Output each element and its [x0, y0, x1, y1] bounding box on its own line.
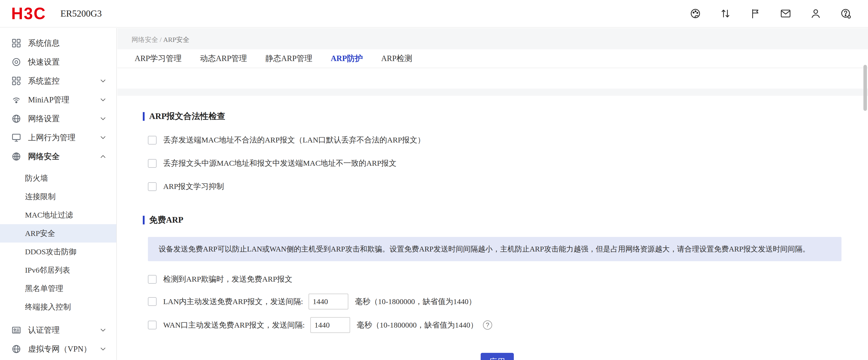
tab-arp-learning[interactable]: ARP学习管理: [125, 49, 191, 68]
quick-setup-icon: [11, 57, 22, 67]
option-label: LAN内主动发送免费ARP报文，发送间隔:: [163, 297, 303, 307]
sidebar-item-label: 网络安全: [28, 151, 60, 162]
sidebar-item-ipv6-neighbors[interactable]: IPv6邻居列表: [0, 261, 116, 279]
user-icon[interactable]: [810, 8, 822, 20]
sidebar-item-mac-filter[interactable]: MAC地址过滤: [0, 206, 116, 224]
tab-bar: ARP学习管理 动态ARP管理 静态ARP管理 ARP防护 ARP检测: [117, 49, 868, 68]
lan-gratuitous-checkbox[interactable]: [148, 297, 157, 306]
main-area: 网络安全 / ARP安全 ARP学习管理 动态ARP管理 静态ARP管理 ARP…: [117, 28, 868, 360]
security-submenu: 防火墙 连接限制 MAC地址过滤 ARP安全 DDOS攻击防御 IPv6邻居列表…: [0, 166, 116, 321]
option-row-lan: LAN内主动发送免费ARP报文，发送间隔: 毫秒（10-1800000，缺省值为…: [143, 294, 852, 309]
section-title-text: 免费ARP: [149, 214, 183, 226]
h3c-logo: H3C: [11, 5, 46, 22]
submenu-label: 黑名单管理: [25, 283, 63, 294]
chevron-up-icon: [99, 153, 107, 161]
option-row-wan: WAN口主动发送免费ARP报文，发送间隔: 毫秒（10-1800000，缺省值为…: [143, 317, 852, 333]
flag-icon[interactable]: [750, 8, 762, 20]
tab-arp-detection[interactable]: ARP检测: [372, 49, 422, 68]
wan-help-icon[interactable]: ?: [483, 321, 492, 330]
vertical-scrollbar[interactable]: [863, 65, 867, 111]
option-row: 检测到ARP欺骗时，发送免费ARP报文: [143, 274, 852, 284]
sidebar-item-ddos-defense[interactable]: DDOS攻击防御: [0, 243, 116, 261]
drop-mismatch-mac-checkbox[interactable]: [148, 159, 157, 168]
chevron-down-icon: [99, 134, 107, 142]
sidebar-item-network-settings[interactable]: 网络设置: [0, 109, 116, 128]
sidebar-item-miniap[interactable]: MiniAP管理: [0, 90, 116, 109]
wan-gratuitous-checkbox[interactable]: [148, 321, 157, 329]
sidebar-item-system-info[interactable]: 系统信息: [0, 34, 116, 53]
submenu-label: IPv6邻居列表: [25, 265, 70, 276]
sidebar-item-connection-limit[interactable]: 连接限制: [0, 187, 116, 206]
tab-label: ARP检测: [381, 53, 412, 64]
option-label: 检测到ARP欺骗时，发送免费ARP报文: [163, 274, 292, 284]
sidebar-item-behavior-management[interactable]: 上网行为管理: [0, 128, 116, 147]
breadcrumb-separator: /: [160, 36, 162, 44]
breadcrumb-parent[interactable]: 网络安全: [131, 36, 158, 44]
sidebar-item-terminal-access[interactable]: 终端接入控制: [0, 298, 116, 316]
lan-interval-input[interactable]: [309, 294, 348, 309]
top-header: H3C ER5200G3: [0, 0, 868, 28]
system-monitor-icon: [11, 76, 22, 86]
sidebar-item-system-monitor[interactable]: 系统监控: [0, 72, 116, 90]
tab-card: ARP学习管理 动态ARP管理 静态ARP管理 ARP防护 ARP检测: [117, 49, 868, 89]
sidebar-item-label: 快速设置: [28, 57, 60, 67]
arp-learning-suppress-checkbox[interactable]: [148, 182, 157, 191]
sidebar: 系统信息 快速设置 系统监控 MiniAP管理 网络设置 上网行为管理: [0, 28, 117, 360]
option-label: WAN口主动发送免费ARP报文，发送间隔:: [163, 320, 305, 330]
theme-icon[interactable]: [689, 8, 701, 20]
option-row: ARP报文学习抑制: [143, 181, 852, 192]
miniap-icon: [11, 95, 22, 105]
drop-invalid-mac-checkbox[interactable]: [148, 136, 157, 144]
sidebar-item-label: 虚拟专网（VPN）: [28, 344, 91, 354]
notice-text: 设备发送免费ARP可以防止LAN或WAN侧的主机受到ARP攻击和欺骗。设置免费A…: [159, 244, 810, 254]
wan-interval-input[interactable]: [310, 317, 350, 333]
option-label: 丢弃报文头中源MAC地址和报文中发送端MAC地址不一致的ARP报文: [163, 158, 397, 168]
apply-button[interactable]: 应用: [480, 353, 514, 360]
network-settings-icon: [11, 114, 22, 124]
arp-protection-panel: ARP报文合法性检查 丢弃发送端MAC地址不合法的ARP报文（LAN口默认丢弃不…: [117, 96, 868, 360]
sidebar-item-arp-security[interactable]: ARP安全: [0, 224, 116, 243]
tab-label: ARP防护: [331, 53, 363, 64]
breadcrumb-current: ARP安全: [163, 36, 189, 44]
system-info-icon: [11, 38, 22, 48]
sidebar-item-label: 网络设置: [28, 113, 60, 124]
detect-spoof-send-checkbox[interactable]: [148, 275, 157, 284]
submenu-label: DDOS攻击防御: [25, 247, 76, 257]
chevron-down-icon: [99, 96, 107, 104]
chevron-down-icon: [99, 345, 107, 353]
tab-label: 静态ARP管理: [266, 53, 312, 64]
section-accent-bar: [143, 112, 145, 121]
sidebar-item-label: 认证管理: [28, 325, 60, 335]
mail-icon[interactable]: [780, 8, 792, 20]
help-icon[interactable]: [840, 8, 852, 20]
sidebar-item-blacklist[interactable]: 黑名单管理: [0, 279, 116, 298]
sidebar-item-network-security[interactable]: 网络安全: [0, 147, 116, 166]
tab-label: ARP学习管理: [135, 53, 182, 64]
sidebar-item-label: 上网行为管理: [28, 132, 75, 143]
submenu-label: MAC地址过滤: [25, 210, 73, 220]
tab-label: 动态ARP管理: [200, 53, 247, 64]
option-label: 丢弃发送端MAC地址不合法的ARP报文（LAN口默认丢弃不合法的ARP报文）: [163, 135, 425, 145]
option-row: 丢弃发送端MAC地址不合法的ARP报文（LAN口默认丢弃不合法的ARP报文）: [143, 135, 852, 145]
sidebar-item-label: MiniAP管理: [28, 94, 69, 105]
sidebar-item-vpn[interactable]: 虚拟专网（VPN）: [0, 339, 116, 358]
sidebar-item-label: 系统监控: [28, 76, 60, 86]
submenu-label: 连接限制: [25, 192, 56, 202]
vpn-icon: [11, 344, 22, 354]
tab-arp-protection[interactable]: ARP防护: [321, 49, 372, 68]
option-suffix: 毫秒（10-1800000，缺省值为1440）: [355, 297, 476, 307]
option-label: ARP报文学习抑制: [163, 181, 224, 192]
chevron-down-icon: [99, 77, 107, 85]
section-gratuitous-arp-title: 免费ARP: [143, 214, 852, 226]
sidebar-item-label: 系统信息: [28, 38, 60, 49]
tab-static-arp[interactable]: 静态ARP管理: [256, 49, 321, 68]
sidebar-item-auth-management[interactable]: 认证管理: [0, 321, 116, 339]
tab-dynamic-arp[interactable]: 动态ARP管理: [191, 49, 256, 68]
sidebar-item-quick-setup[interactable]: 快速设置: [0, 53, 116, 72]
swap-arrows-icon[interactable]: [720, 8, 731, 20]
section-arp-validity-title: ARP报文合法性检查: [143, 111, 852, 122]
sidebar-item-firewall[interactable]: 防火墙: [0, 169, 116, 187]
behavior-management-icon: [11, 133, 22, 143]
chevron-down-icon: [99, 115, 107, 123]
header-icon-group: [689, 8, 852, 20]
